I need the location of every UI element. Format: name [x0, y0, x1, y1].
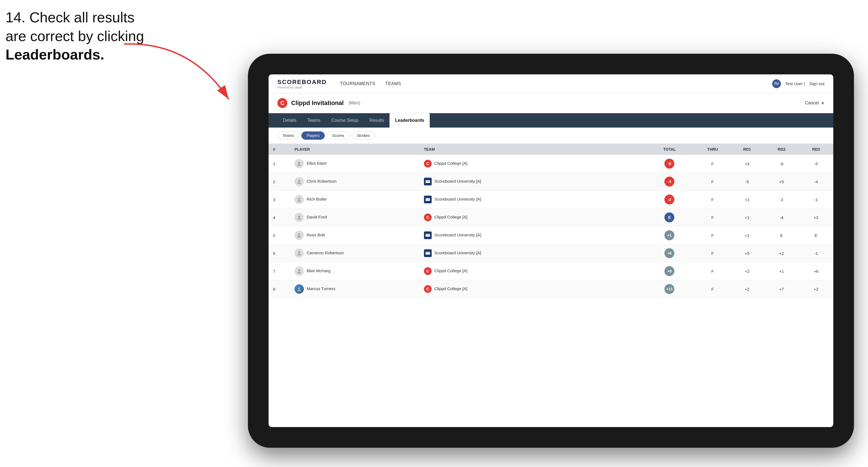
score-badge: +1	[664, 230, 674, 240]
tablet-screen: SCOREBOARD Powered by clippd TOURNAMENTS…	[269, 74, 833, 427]
svg-rect-16	[426, 252, 430, 253]
svg-rect-12	[426, 234, 430, 235]
team-logo: C	[424, 285, 432, 293]
row-rd1: +2	[730, 262, 764, 280]
results-table: # PLAYER TEAM TOTAL THRU RD1 RD2 RD3 1El…	[269, 144, 833, 298]
tablet-frame: SCOREBOARD Powered by clippd TOURNAMENTS…	[248, 54, 854, 448]
svg-rect-17	[426, 253, 430, 254]
tab-leaderboards[interactable]: Leaderboards	[390, 113, 430, 128]
table-row: 1Elliot EbertCClippd College [A]-8F+3-6-…	[269, 155, 833, 173]
logo-sub: Powered by clippd	[277, 86, 327, 89]
svg-point-20	[298, 287, 300, 289]
team-logo: C	[424, 267, 432, 275]
sign-out-link[interactable]: Sign out	[809, 81, 825, 86]
row-rd2: +2	[765, 244, 799, 262]
score-badge: -4	[664, 177, 674, 187]
svg-rect-9	[426, 200, 430, 201]
row-player: Marcus Turners	[290, 280, 419, 298]
tab-course-setup[interactable]: Course Setup	[326, 113, 364, 128]
row-player: Rich Butler	[290, 191, 419, 209]
player-avatar	[294, 249, 304, 258]
table-row: 2Chris RobertsonScoreboard University [A…	[269, 173, 833, 191]
filter-bar: Teams Players Scores Strokes	[269, 128, 833, 144]
player-avatar	[294, 213, 304, 222]
row-player: David Ford	[290, 209, 419, 226]
row-thru: F	[695, 173, 730, 191]
team-logo: C	[424, 160, 432, 167]
row-rd2: +7	[765, 280, 799, 298]
row-total: -8	[644, 155, 695, 173]
player-avatar	[294, 159, 304, 168]
score-badge: E	[664, 212, 674, 222]
svg-point-15	[298, 251, 300, 253]
row-thru: F	[695, 226, 730, 244]
table-row: 5Rees BrittScoreboard University [A]+1F+…	[269, 226, 833, 244]
row-rd1: -5	[730, 173, 764, 191]
row-rd1: +1	[730, 209, 764, 226]
score-badge: +11	[664, 284, 674, 294]
col-header-rd1: RD1	[730, 144, 764, 155]
nav-links: TOURNAMENTS TEAMS	[340, 80, 772, 87]
tab-results[interactable]: Results	[364, 113, 390, 128]
row-thru: F	[695, 262, 730, 280]
row-player: Rees Britt	[290, 226, 419, 244]
team-logo	[424, 178, 432, 185]
tournament-logo: C	[277, 98, 287, 108]
row-total: +11	[644, 280, 695, 298]
col-header-pos: #	[269, 144, 290, 155]
svg-rect-4	[426, 181, 430, 182]
logo-area: SCOREBOARD Powered by clippd	[277, 79, 327, 89]
logo-text: SCOREBOARD	[277, 79, 327, 86]
col-header-player: PLAYER	[290, 144, 419, 155]
row-total: +6	[644, 244, 695, 262]
row-total: -2	[644, 191, 695, 209]
tab-details[interactable]: Details	[277, 113, 302, 128]
row-position: 3	[269, 191, 290, 209]
filter-strokes[interactable]: Strokes	[352, 131, 375, 140]
row-rd3: -1	[799, 244, 833, 262]
row-team: CClippd College [A]	[420, 155, 644, 173]
row-rd3: +6	[799, 262, 833, 280]
table-row: 8Marcus TurnersCClippd College [A]+11F+2…	[269, 280, 833, 298]
row-total: -4	[644, 173, 695, 191]
table-row: 6Cameron RobertsonScoreboard University …	[269, 244, 833, 262]
score-badge: -2	[664, 194, 674, 205]
row-rd3: -1	[799, 191, 833, 209]
row-position: 6	[269, 244, 290, 262]
filter-teams[interactable]: Teams	[277, 131, 299, 140]
nav-teams[interactable]: TEAMS	[385, 80, 401, 87]
svg-rect-7	[426, 198, 430, 199]
row-rd1: +1	[730, 191, 764, 209]
svg-point-1	[298, 162, 300, 164]
player-avatar	[294, 177, 304, 186]
col-header-total: TOTAL	[644, 144, 695, 155]
row-team: Scoreboard University [A]	[420, 244, 644, 262]
row-position: 2	[269, 173, 290, 191]
cancel-button[interactable]: Cancel ✕	[805, 100, 825, 106]
tournament-title-area: C Clippd Invitational (Men)	[277, 98, 360, 108]
svg-point-2	[298, 180, 300, 182]
table-row: 3Rich ButlerScoreboard University [A]-2F…	[269, 191, 833, 209]
row-position: 8	[269, 280, 290, 298]
top-nav: SCOREBOARD Powered by clippd TOURNAMENTS…	[269, 74, 833, 93]
row-total: E	[644, 209, 695, 226]
row-total: +1	[644, 226, 695, 244]
row-rd3: +2	[799, 280, 833, 298]
avatar: TU	[772, 79, 781, 88]
tab-teams[interactable]: Teams	[302, 113, 326, 128]
filter-scores[interactable]: Scores	[327, 131, 349, 140]
filter-players[interactable]: Players	[301, 131, 325, 140]
svg-point-19	[298, 269, 300, 271]
close-icon: ✕	[821, 100, 825, 106]
row-team: CClippd College [A]	[420, 280, 644, 298]
svg-point-11	[298, 234, 300, 236]
player-avatar	[294, 230, 304, 240]
row-rd3: -4	[799, 173, 833, 191]
svg-rect-14	[426, 236, 430, 237]
instruction-text: 14. Check all results are correct by cli…	[5, 8, 144, 64]
row-team: Scoreboard University [A]	[420, 226, 644, 244]
team-logo	[424, 196, 432, 203]
tournament-type: (Men)	[349, 100, 360, 105]
nav-tournaments[interactable]: TOURNAMENTS	[340, 80, 375, 87]
row-player: Elliot Ebert	[290, 155, 419, 173]
